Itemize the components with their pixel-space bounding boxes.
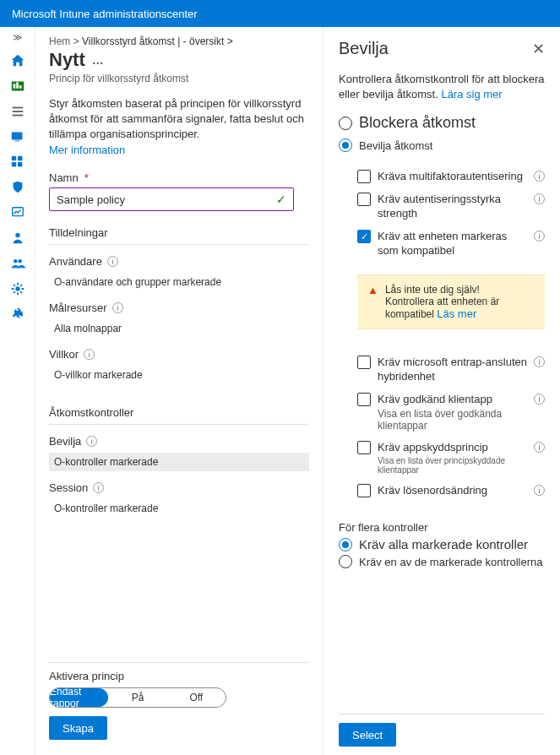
conditions-label[interactable]: Villkor	[49, 348, 79, 361]
approved-app-checkbox[interactable]: Kräv godkänd klientapp Visa en lista öve…	[357, 392, 545, 432]
checkbox-icon	[357, 193, 371, 206]
session-label[interactable]: Session	[49, 481, 88, 494]
info-icon[interactable]: i	[534, 442, 545, 453]
info-icon[interactable]: i	[534, 193, 545, 204]
compliant-device-checkbox[interactable]: Kräv att enheten markeras som kompatibel…	[357, 229, 545, 258]
svg-rect-9	[11, 156, 15, 160]
svg-rect-10	[18, 156, 22, 160]
checkbox-icon	[357, 356, 371, 369]
grant-value[interactable]: O-kontroller markerade	[49, 453, 309, 471]
multi-controls-heading: För flera kontroller	[339, 521, 545, 534]
users-label[interactable]: Användare	[49, 255, 102, 268]
info-icon[interactable]: i	[107, 256, 118, 267]
session-value[interactable]: O-kontroller markerade	[49, 499, 309, 518]
block-access-radio[interactable]: Blockera åtkomst	[339, 114, 545, 132]
users-value[interactable]: O-användare och grupper markerade	[49, 273, 309, 291]
svg-point-15	[14, 259, 17, 263]
user-icon[interactable]	[10, 231, 25, 246]
nav-expand-icon[interactable]: ≫	[13, 32, 23, 43]
radio-icon	[339, 555, 352, 568]
more-info-link[interactable]: Mer information	[49, 144, 309, 156]
shield-icon[interactable]	[10, 180, 25, 195]
policy-form-column: Hem > Villkorsstyrd åtkomst | - översikt…	[35, 27, 323, 755]
dashboard-icon[interactable]	[10, 79, 25, 94]
svg-rect-2	[16, 83, 19, 89]
warning-icon: ▲	[367, 284, 378, 320]
radio-selected-icon	[339, 139, 352, 152]
svg-rect-13	[12, 208, 23, 216]
list-icon[interactable]	[10, 104, 25, 119]
svg-point-14	[15, 233, 19, 237]
info-icon[interactable]: i	[86, 436, 97, 447]
apps-icon[interactable]	[10, 155, 25, 170]
enable-policy-label: Aktivera princip	[49, 670, 309, 682]
checkbox-checked-icon	[357, 230, 371, 243]
grant-access-radio[interactable]: Bevilja åtkomst	[339, 139, 545, 152]
svg-rect-11	[11, 162, 15, 166]
enable-policy-toggle[interactable]: Endast rappor På Off	[49, 687, 226, 708]
info-icon[interactable]: i	[534, 394, 545, 405]
groups-icon[interactable]	[10, 256, 25, 271]
radio-selected-icon	[339, 538, 352, 551]
svg-rect-3	[19, 85, 21, 89]
grant-label[interactable]: Bevilja	[49, 435, 81, 448]
page-title: Nytt	[49, 49, 85, 71]
info-icon[interactable]: i	[93, 482, 104, 493]
checkbox-icon	[357, 441, 371, 454]
warning-learn-more[interactable]: Läs mer	[437, 307, 476, 320]
resources-label[interactable]: Målresurser	[49, 301, 107, 314]
close-icon[interactable]: ✕	[532, 40, 545, 58]
checkbox-icon	[357, 170, 371, 183]
top-bar: Microsoft Intune administrationscenter	[0, 0, 560, 27]
toggle-on[interactable]: På	[108, 688, 166, 707]
product-title: Microsoft Intune administrationscenter	[12, 8, 198, 20]
require-all-radio[interactable]: Kräv alla markerade kontroller	[339, 537, 545, 551]
name-value: Sample policy	[57, 193, 125, 206]
access-controls-heading: Åtkomstkontroller	[49, 406, 309, 425]
radio-icon	[339, 117, 352, 130]
password-change-checkbox[interactable]: Kräv lösenordsändring i	[357, 483, 545, 497]
require-mfa-checkbox[interactable]: Kräva multifaktorautentisering i	[357, 169, 545, 183]
valid-checkmark-icon: ✓	[276, 193, 286, 206]
breadcrumb[interactable]: Hem > Villkorsstyrd åtkomst | - översikt…	[49, 35, 309, 47]
troubleshoot-icon[interactable]	[10, 307, 25, 322]
svg-rect-12	[18, 162, 22, 166]
select-button[interactable]: Select	[339, 723, 396, 747]
more-icon[interactable]: …	[92, 53, 104, 67]
auth-strength-checkbox[interactable]: Kräv autentiseringsstyrka strength i	[357, 192, 545, 220]
resources-value[interactable]: Alla molnappar	[49, 319, 309, 338]
svg-rect-1	[13, 84, 15, 88]
app-protection-checkbox[interactable]: Kräv appskyddsprincip Visa en lista över…	[357, 440, 545, 475]
learn-more-link[interactable]: Lära sig mer	[441, 88, 502, 100]
info-icon[interactable]: i	[534, 171, 545, 182]
name-label: Namn	[49, 171, 309, 184]
home-icon[interactable]	[10, 53, 25, 68]
reports-icon[interactable]	[10, 205, 25, 220]
lockout-warning: ▲ Lås inte ute dig själv! Kontrollera at…	[357, 274, 545, 329]
info-icon[interactable]: i	[84, 349, 95, 360]
grant-panel: Bevilja ✕ Kontrollera åtkomstkontroll fö…	[323, 27, 560, 755]
tenant-admin-icon[interactable]	[10, 281, 25, 296]
devices-icon[interactable]	[10, 129, 25, 144]
toggle-report-only[interactable]: Endast rappor	[50, 688, 108, 707]
policy-description: Styr åtkomsten baserat på principen för …	[49, 96, 309, 142]
svg-point-16	[18, 259, 22, 263]
grant-panel-title: Bevilja	[339, 39, 389, 58]
conditions-value[interactable]: O-villkor markerade	[49, 366, 309, 384]
info-icon[interactable]: i	[534, 485, 545, 496]
require-one-radio[interactable]: Kräv en av de markerade kontrollerna	[339, 555, 545, 568]
checkbox-icon	[357, 484, 371, 497]
left-nav: ≫	[0, 27, 35, 755]
info-icon[interactable]: i	[534, 231, 545, 242]
svg-rect-7	[11, 133, 22, 140]
toggle-off[interactable]: Off	[167, 688, 226, 707]
create-button[interactable]: Skapa	[49, 716, 107, 740]
hybrid-device-checkbox[interactable]: Kräv microsoft entrap-ansluten hybridenh…	[357, 355, 545, 383]
info-icon[interactable]: i	[534, 356, 545, 367]
info-icon[interactable]: i	[112, 302, 123, 313]
page-subtitle: Princip för villkorsstyrd åtkomst	[49, 73, 309, 84]
name-input[interactable]: Sample policy ✓	[49, 187, 294, 211]
assignments-heading: Tilldelningar	[49, 226, 309, 245]
checkbox-icon	[357, 393, 371, 406]
svg-point-17	[15, 286, 19, 291]
